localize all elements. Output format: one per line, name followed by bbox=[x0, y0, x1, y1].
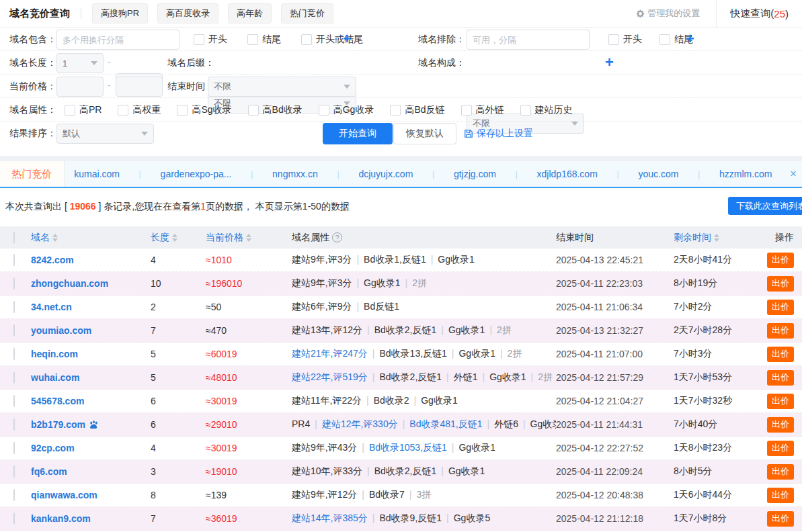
bid-button[interactable]: 出价 bbox=[767, 300, 794, 315]
checkbox-option[interactable]: 高权重 bbox=[118, 104, 161, 116]
checkbox-option[interactable]: 开头 bbox=[608, 34, 642, 46]
hot-domain-link[interactable]: nngmxx.cn bbox=[272, 169, 318, 179]
row-checkbox[interactable] bbox=[13, 277, 15, 290]
checkbox[interactable] bbox=[461, 105, 472, 116]
bid-button[interactable]: 出价 bbox=[767, 347, 794, 362]
exclude-input[interactable] bbox=[467, 30, 590, 50]
domain-link[interactable]: b2b179.com bbox=[31, 419, 151, 430]
row-checkbox[interactable] bbox=[13, 324, 15, 337]
save-settings-link[interactable]: 保存以上设置 bbox=[464, 128, 533, 140]
checkbox[interactable] bbox=[520, 105, 531, 116]
checkbox-option[interactable]: 建站历史 bbox=[520, 104, 573, 116]
attr-segment[interactable]: 建站21年,评247分 bbox=[292, 348, 368, 359]
hot-domain-link[interactable]: xdjldp168.com bbox=[537, 169, 598, 179]
price-from-input[interactable] bbox=[56, 77, 104, 97]
bid-button[interactable]: 出价 bbox=[767, 488, 794, 503]
checkbox-option[interactable]: 开头或结尾 bbox=[301, 34, 363, 46]
help-icon[interactable]: ? bbox=[332, 232, 342, 242]
header-length[interactable]: 长度 bbox=[151, 232, 206, 244]
topbar-tab[interactable]: 高百度收录 bbox=[157, 3, 218, 24]
bid-button[interactable]: 出价 bbox=[767, 464, 794, 480]
bid-button[interactable]: 出价 bbox=[767, 441, 794, 456]
checkbox[interactable] bbox=[65, 105, 75, 116]
reset-default-button[interactable]: 恢复默认 bbox=[393, 123, 456, 144]
row-checkbox[interactable] bbox=[13, 418, 15, 431]
compose-add-icon[interactable]: + bbox=[605, 55, 614, 70]
header-remain[interactable]: 剩余时间 bbox=[674, 232, 767, 244]
quick-query-tab[interactable]: 快速查询(25) bbox=[716, 0, 802, 27]
bid-button[interactable]: 出价 bbox=[767, 394, 794, 409]
bid-button[interactable]: 出价 bbox=[767, 253, 794, 268]
checkbox[interactable] bbox=[247, 34, 258, 45]
hot-domain-link[interactable]: gtjzjg.com bbox=[454, 169, 496, 179]
checkbox-option[interactable]: 结尾 bbox=[247, 34, 281, 46]
checkbox[interactable] bbox=[301, 34, 312, 45]
checkbox-option[interactable]: 高PR bbox=[65, 104, 102, 116]
close-icon[interactable]: × bbox=[790, 168, 797, 179]
price-to-input[interactable] bbox=[116, 77, 163, 97]
domain-link[interactable]: kankan9.com bbox=[31, 513, 151, 524]
manage-settings-button[interactable]: 管理我的设置 bbox=[636, 7, 700, 19]
checkbox[interactable] bbox=[118, 105, 128, 116]
row-checkbox[interactable] bbox=[13, 348, 15, 360]
length-from-select[interactable]: 1 bbox=[56, 53, 104, 73]
bid-button[interactable]: 出价 bbox=[767, 276, 794, 292]
checkbox-option[interactable]: 高Gg收录 bbox=[319, 104, 374, 116]
topbar-tab[interactable]: 高年龄 bbox=[228, 3, 272, 24]
row-checkbox[interactable] bbox=[13, 254, 15, 266]
domain-link[interactable]: youmiao.com bbox=[31, 325, 151, 336]
attr-segment[interactable]: 建站14年,评385分 bbox=[292, 513, 368, 523]
start-query-button[interactable]: 开始查询 bbox=[323, 123, 393, 144]
domain-link[interactable]: 92cp.com bbox=[31, 443, 151, 453]
row-checkbox[interactable] bbox=[13, 513, 15, 525]
checkbox-option[interactable]: 高外链 bbox=[461, 104, 504, 116]
checkbox[interactable] bbox=[390, 105, 401, 116]
domain-link[interactable]: zhongchuan.com bbox=[31, 278, 151, 289]
bid-button[interactable]: 出价 bbox=[767, 417, 794, 433]
checkbox-option[interactable]: 高Bd收录 bbox=[248, 104, 303, 116]
checkbox-option[interactable]: 开头 bbox=[194, 34, 227, 46]
header-domain[interactable]: 域名 bbox=[31, 232, 151, 244]
hot-domain-link[interactable]: kumai.com bbox=[74, 169, 120, 179]
domain-link[interactable]: fq6.com bbox=[31, 466, 151, 477]
download-list-button[interactable]: 下载此次查询列表 bbox=[728, 197, 802, 215]
row-checkbox[interactable] bbox=[13, 371, 15, 384]
domain-link[interactable]: 34.net.cn bbox=[31, 302, 151, 312]
checkbox[interactable] bbox=[194, 34, 204, 45]
domain-link[interactable]: qianwawa.com bbox=[31, 490, 151, 500]
hot-domain-link[interactable]: dcjuyujx.com bbox=[358, 169, 413, 179]
checkbox-option[interactable]: 高Sg收录 bbox=[177, 104, 231, 116]
domain-link[interactable]: wuhai.com bbox=[31, 372, 151, 383]
bid-button[interactable]: 出价 bbox=[767, 323, 794, 339]
sort-select[interactable]: 默认 bbox=[56, 124, 154, 144]
endtime-select[interactable]: 不限 bbox=[208, 77, 356, 97]
bid-button[interactable]: 出价 bbox=[767, 370, 794, 386]
include-input[interactable] bbox=[56, 30, 179, 50]
include-add-icon[interactable]: + bbox=[343, 32, 352, 46]
select-all-checkbox[interactable] bbox=[13, 232, 15, 244]
exclude-add-icon[interactable]: + bbox=[686, 32, 694, 46]
bid-button[interactable]: 出价 bbox=[767, 511, 794, 527]
topbar-tab[interactable]: 高搜狗PR bbox=[92, 3, 148, 24]
row-checkbox[interactable] bbox=[13, 489, 15, 501]
hot-domain-link[interactable]: gardenexpo-pa... bbox=[161, 169, 232, 179]
hot-domain-link[interactable]: youc.com bbox=[638, 169, 678, 179]
checkbox-option[interactable]: 高Bd反链 bbox=[390, 104, 444, 116]
domain-link[interactable]: 545678.com bbox=[31, 396, 151, 406]
attr-segment[interactable]: Bd收录1053,反链1 bbox=[369, 442, 447, 453]
header-price[interactable]: 当前价格 bbox=[206, 232, 292, 244]
hot-domain-link[interactable]: hzzmlm.com bbox=[719, 169, 772, 179]
attr-segment[interactable]: 建站22年,评519分 bbox=[292, 371, 368, 382]
domain-link[interactable]: heqin.com bbox=[31, 349, 151, 359]
checkbox[interactable] bbox=[177, 105, 188, 116]
row-checkbox[interactable] bbox=[13, 466, 15, 478]
attr-segment[interactable]: 建站12年,评330分 bbox=[322, 418, 398, 429]
checkbox[interactable] bbox=[319, 105, 329, 116]
row-checkbox[interactable] bbox=[13, 442, 15, 454]
attr-segment[interactable]: Bd收录481,反链1 bbox=[409, 418, 482, 429]
checkbox[interactable] bbox=[248, 105, 259, 116]
row-checkbox[interactable] bbox=[13, 395, 15, 407]
domain-link[interactable]: 8242.com bbox=[31, 255, 151, 265]
topbar-tab[interactable]: 热门竞价 bbox=[281, 3, 333, 24]
checkbox[interactable] bbox=[659, 34, 670, 45]
